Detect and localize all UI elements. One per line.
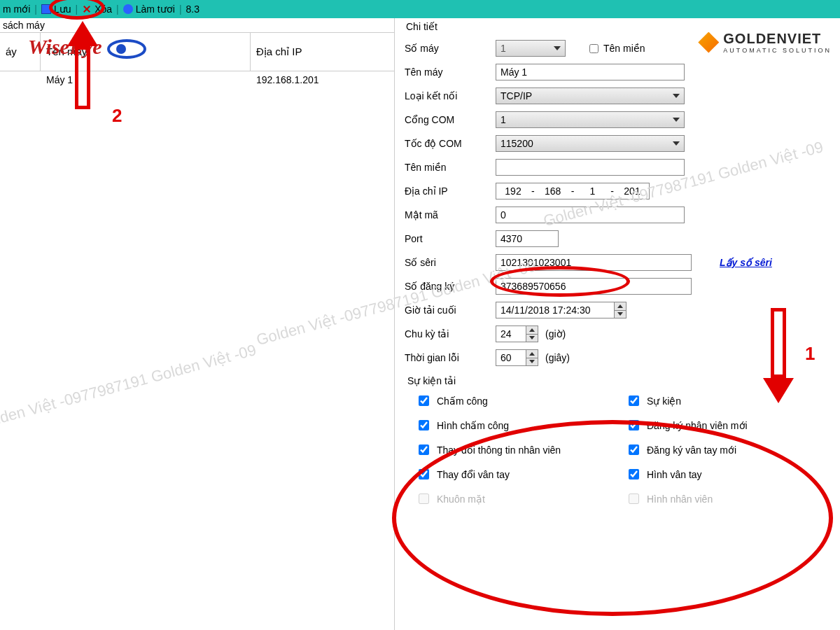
last-dl-spin[interactable] xyxy=(615,302,626,318)
label-dl-cycle: Chu kỳ tải xyxy=(405,328,496,340)
ip-seg-1[interactable] xyxy=(496,184,530,198)
label-port: Port xyxy=(405,233,496,244)
events-title: Sự kiện tải xyxy=(405,372,834,389)
label-regno: Số đăng ký xyxy=(405,281,496,292)
chk-att-image-box[interactable] xyxy=(419,420,429,430)
cell-ip: 192.168.1.201 xyxy=(251,71,394,88)
detail-panel: Chi tiết Số máy Tên miền Tên máy Loại kế… xyxy=(395,18,840,630)
label-conn-type: Loại kết nối xyxy=(405,90,496,102)
svg-point-0 xyxy=(108,41,145,57)
col-ip[interactable]: Địa chỉ IP xyxy=(251,33,394,71)
delete-label: Xóa xyxy=(94,4,112,15)
machine-list-panel: sách máy áy Tên máy Địa chỉ IP Máy 1 192… xyxy=(0,18,395,630)
delete-button[interactable]: Xóa xyxy=(82,4,112,15)
chk-change-info[interactable]: Thay đổi thông tin nhân viên xyxy=(416,442,626,457)
chk-face[interactable]: Khuôn mặt xyxy=(416,491,626,506)
label-domain: Tên miền xyxy=(405,162,496,173)
serial-input[interactable] xyxy=(496,254,692,271)
label-err-time: Thời gian lỗi xyxy=(405,352,496,363)
domain-checkbox-wrap[interactable]: Tên miền xyxy=(587,42,678,55)
events-grid: Chấm công Sự kiện Hình chấm công Đăng ký… xyxy=(405,389,834,510)
chk-att-image[interactable]: Hình chấm công xyxy=(416,418,626,433)
save-label: Lưu xyxy=(54,4,71,15)
err-time-unit: (giây) xyxy=(545,352,570,363)
chk-new-fp-box[interactable] xyxy=(629,444,639,455)
chk-new-emp-box[interactable] xyxy=(629,420,639,430)
version-label: 8.3 xyxy=(186,4,200,15)
regno-input[interactable] xyxy=(496,278,692,295)
wiseeye-logo: WiseEye xyxy=(28,35,149,60)
chk-change-fp[interactable]: Thay đổi vân tay xyxy=(416,467,626,482)
chk-attendance[interactable]: Chấm công xyxy=(416,393,626,408)
separator: | xyxy=(34,4,37,15)
delete-icon xyxy=(82,4,92,14)
cell-name: Máy 1 xyxy=(41,71,251,88)
annotation-number-1: 1 xyxy=(805,343,815,365)
list-title: sách máy xyxy=(0,18,394,32)
chk-fp-image[interactable]: Hình vân tay xyxy=(626,467,808,482)
com-port-select[interactable] xyxy=(496,111,685,128)
goldenviet-icon xyxy=(698,32,719,53)
label-ip: Địa chỉ IP xyxy=(405,186,496,197)
new-button[interactable]: m mới xyxy=(3,4,30,15)
separator: | xyxy=(179,4,182,15)
ip-seg-3[interactable] xyxy=(575,184,609,198)
new-label: m mới xyxy=(3,4,30,15)
conn-type-select[interactable] xyxy=(496,88,685,104)
annotation-number-2: 2 xyxy=(112,105,122,127)
chk-event-box[interactable] xyxy=(629,396,639,406)
chk-new-fp[interactable]: Đăng ký vân tay mới xyxy=(626,442,808,457)
chk-fp-image-box[interactable] xyxy=(629,469,639,479)
chk-event[interactable]: Sự kiện xyxy=(626,393,808,408)
separator: | xyxy=(116,4,119,15)
com-speed-select[interactable] xyxy=(496,135,685,152)
chk-new-emp[interactable]: Đăng ký nhân viên mới xyxy=(626,418,808,433)
toolbar: m mới | Lưu | Xóa | Làm tươi | 8.3 xyxy=(0,0,840,18)
domain-checkbox-label: Tên miền xyxy=(603,43,645,54)
svg-point-1 xyxy=(116,44,126,54)
dl-cycle-input[interactable] xyxy=(496,326,526,342)
chk-emp-image[interactable]: Hình nhân viên xyxy=(626,491,808,506)
cell-id xyxy=(0,71,41,88)
save-icon xyxy=(41,4,51,14)
machine-name-input[interactable] xyxy=(496,64,685,80)
chk-change-fp-box[interactable] xyxy=(419,469,429,479)
domain-input[interactable] xyxy=(496,159,685,176)
chk-change-info-box[interactable] xyxy=(419,444,429,455)
label-password: Mật mã xyxy=(405,209,496,220)
dl-cycle-spin[interactable] xyxy=(526,326,538,342)
err-time-input[interactable] xyxy=(496,349,526,366)
refresh-button[interactable]: Làm tươi xyxy=(123,4,175,15)
ip-seg-4[interactable] xyxy=(615,184,649,198)
label-machine-name: Tên máy xyxy=(405,66,496,78)
goldenviet-sub: AUTOMATIC SOLUTION xyxy=(723,47,832,54)
ip-input[interactable]: - - - xyxy=(496,183,650,200)
label-serial: Số sêri xyxy=(405,257,496,268)
chk-face-box[interactable] xyxy=(419,493,429,504)
password-input[interactable] xyxy=(496,206,685,223)
chk-attendance-box[interactable] xyxy=(419,396,429,406)
get-serial-link[interactable]: Lấy số sêri xyxy=(720,257,772,268)
dl-cycle-unit: (giờ) xyxy=(545,328,566,340)
table-row[interactable]: Máy 1 192.168.1.201 xyxy=(0,71,394,88)
err-time-spin[interactable] xyxy=(526,349,538,366)
last-dl-input[interactable] xyxy=(496,302,615,318)
refresh-label: Làm tươi xyxy=(136,4,175,15)
domain-checkbox[interactable] xyxy=(589,44,598,53)
goldenviet-logo: GOLDENVIET AUTOMATIC SOLUTION xyxy=(698,31,832,54)
save-button[interactable]: Lưu xyxy=(41,4,71,15)
eye-icon xyxy=(107,38,149,60)
machine-no-select[interactable] xyxy=(496,40,566,57)
label-last-dl: Giờ tải cuối xyxy=(405,304,496,316)
ip-seg-2[interactable] xyxy=(536,184,570,198)
port-input[interactable] xyxy=(496,230,559,247)
refresh-icon xyxy=(123,4,133,14)
label-com-port: Cổng COM xyxy=(405,114,496,125)
chk-emp-image-box[interactable] xyxy=(629,493,639,504)
label-com-speed: Tốc độ COM xyxy=(405,138,496,149)
goldenviet-text: GOLDENVIET xyxy=(723,31,821,46)
label-machine-no: Số máy xyxy=(405,43,496,54)
separator: | xyxy=(76,4,78,15)
